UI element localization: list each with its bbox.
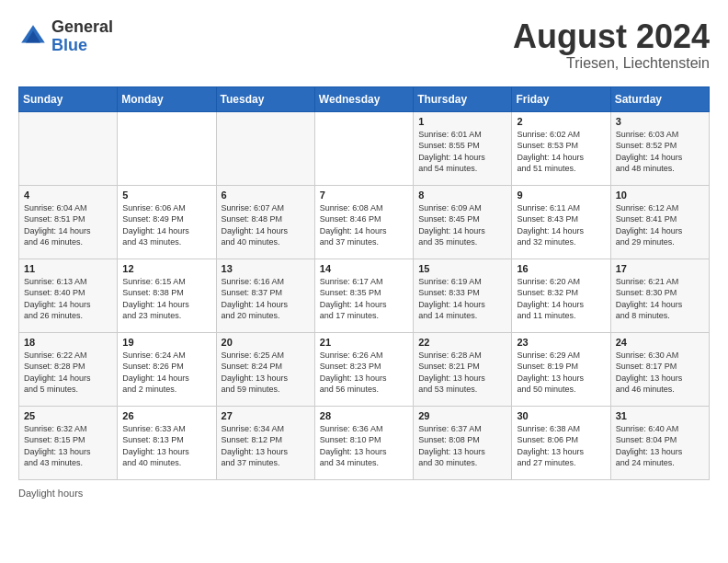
calendar-cell (19, 111, 118, 185)
calendar-cell (314, 111, 413, 185)
footer: Daylight hours (18, 488, 710, 499)
calendar-cell: 27Sunrise: 6:34 AM Sunset: 8:12 PM Dayli… (216, 406, 314, 479)
day-info: Sunrise: 6:01 AM Sunset: 8:55 PM Dayligh… (418, 129, 506, 175)
day-number: 27 (222, 410, 310, 421)
calendar-cell: 14Sunrise: 6:17 AM Sunset: 8:35 PM Dayli… (314, 259, 413, 332)
day-info: Sunrise: 6:16 AM Sunset: 8:37 PM Dayligh… (222, 276, 310, 322)
calendar-cell: 17Sunrise: 6:21 AM Sunset: 8:30 PM Dayli… (610, 259, 709, 332)
day-info: Sunrise: 6:09 AM Sunset: 8:45 PM Dayligh… (418, 202, 506, 248)
day-info: Sunrise: 6:40 AM Sunset: 8:04 PM Dayligh… (616, 423, 704, 469)
day-number: 18 (24, 337, 112, 348)
logo-text: General Blue (51, 18, 113, 55)
day-info: Sunrise: 6:21 AM Sunset: 8:30 PM Dayligh… (616, 276, 704, 322)
calendar-cell: 4Sunrise: 6:04 AM Sunset: 8:51 PM Daylig… (19, 185, 118, 259)
day-info: Sunrise: 6:28 AM Sunset: 8:21 PM Dayligh… (418, 350, 506, 396)
calendar-cell: 12Sunrise: 6:15 AM Sunset: 8:38 PM Dayli… (118, 259, 216, 332)
day-info: Sunrise: 6:32 AM Sunset: 8:15 PM Dayligh… (24, 423, 112, 469)
day-number: 24 (616, 337, 704, 348)
day-number: 8 (418, 190, 506, 201)
day-info: Sunrise: 6:30 AM Sunset: 8:17 PM Dayligh… (616, 350, 704, 396)
logo-icon (18, 22, 48, 52)
day-info: Sunrise: 6:25 AM Sunset: 8:24 PM Dayligh… (222, 350, 310, 396)
calendar-week-row: 11Sunrise: 6:13 AM Sunset: 8:40 PM Dayli… (19, 259, 710, 332)
day-number: 26 (122, 410, 210, 421)
calendar-cell (118, 111, 216, 185)
day-number: 5 (122, 190, 210, 201)
calendar-cell: 22Sunrise: 6:28 AM Sunset: 8:21 PM Dayli… (414, 332, 512, 406)
day-number: 21 (320, 337, 408, 348)
logo: General Blue (18, 18, 113, 55)
day-info: Sunrise: 6:02 AM Sunset: 8:53 PM Dayligh… (517, 129, 605, 175)
day-number: 10 (616, 190, 704, 201)
calendar-cell: 5Sunrise: 6:06 AM Sunset: 8:49 PM Daylig… (118, 185, 216, 259)
day-info: Sunrise: 6:29 AM Sunset: 8:19 PM Dayligh… (517, 350, 605, 396)
day-info: Sunrise: 6:22 AM Sunset: 8:28 PM Dayligh… (24, 350, 112, 396)
day-info: Sunrise: 6:20 AM Sunset: 8:32 PM Dayligh… (517, 276, 605, 322)
day-number: 2 (517, 116, 605, 127)
logo-blue: Blue (51, 37, 113, 55)
calendar-cell: 24Sunrise: 6:30 AM Sunset: 8:17 PM Dayli… (610, 332, 709, 406)
calendar-cell: 18Sunrise: 6:22 AM Sunset: 8:28 PM Dayli… (19, 332, 118, 406)
calendar-cell: 8Sunrise: 6:09 AM Sunset: 8:45 PM Daylig… (414, 185, 512, 259)
calendar-week-row: 1Sunrise: 6:01 AM Sunset: 8:55 PM Daylig… (19, 111, 710, 185)
day-number: 6 (222, 190, 310, 201)
day-info: Sunrise: 6:34 AM Sunset: 8:12 PM Dayligh… (222, 423, 310, 469)
day-number: 12 (122, 263, 210, 274)
calendar-cell: 13Sunrise: 6:16 AM Sunset: 8:37 PM Dayli… (216, 259, 314, 332)
day-info: Sunrise: 6:19 AM Sunset: 8:33 PM Dayligh… (418, 276, 506, 322)
calendar-cell: 28Sunrise: 6:36 AM Sunset: 8:10 PM Dayli… (314, 406, 413, 479)
day-info: Sunrise: 6:08 AM Sunset: 8:46 PM Dayligh… (320, 202, 408, 248)
calendar-week-row: 18Sunrise: 6:22 AM Sunset: 8:28 PM Dayli… (19, 332, 710, 406)
day-number: 30 (517, 410, 605, 421)
day-number: 23 (517, 337, 605, 348)
calendar-week-row: 25Sunrise: 6:32 AM Sunset: 8:15 PM Dayli… (19, 406, 710, 479)
day-number: 14 (320, 263, 408, 274)
weekday-header-row: SundayMondayTuesdayWednesdayThursdayFrid… (19, 86, 710, 111)
weekday-header-friday: Friday (512, 86, 610, 111)
calendar-cell: 26Sunrise: 6:33 AM Sunset: 8:13 PM Dayli… (118, 406, 216, 479)
day-number: 13 (222, 263, 310, 274)
calendar-cell: 3Sunrise: 6:03 AM Sunset: 8:52 PM Daylig… (610, 111, 709, 185)
day-info: Sunrise: 6:15 AM Sunset: 8:38 PM Dayligh… (122, 276, 210, 322)
calendar-cell: 2Sunrise: 6:02 AM Sunset: 8:53 PM Daylig… (512, 111, 610, 185)
day-number: 29 (418, 410, 506, 421)
calendar-cell: 25Sunrise: 6:32 AM Sunset: 8:15 PM Dayli… (19, 406, 118, 479)
calendar-table: SundayMondayTuesdayWednesdayThursdayFrid… (18, 86, 710, 480)
footer-text: Daylight hours (18, 488, 83, 499)
day-number: 31 (616, 410, 704, 421)
calendar-cell: 6Sunrise: 6:07 AM Sunset: 8:48 PM Daylig… (216, 185, 314, 259)
page-header: General Blue August 2024 Triesen, Liecht… (18, 18, 710, 72)
title-block: August 2024 Triesen, Liechtenstein (513, 18, 710, 72)
calendar-cell: 21Sunrise: 6:26 AM Sunset: 8:23 PM Dayli… (314, 332, 413, 406)
day-info: Sunrise: 6:37 AM Sunset: 8:08 PM Dayligh… (418, 423, 506, 469)
day-number: 20 (222, 337, 310, 348)
day-info: Sunrise: 6:26 AM Sunset: 8:23 PM Dayligh… (320, 350, 408, 396)
day-number: 3 (616, 116, 704, 127)
weekday-header-thursday: Thursday (414, 86, 512, 111)
day-number: 16 (517, 263, 605, 274)
day-number: 25 (24, 410, 112, 421)
day-info: Sunrise: 6:17 AM Sunset: 8:35 PM Dayligh… (320, 276, 408, 322)
day-info: Sunrise: 6:03 AM Sunset: 8:52 PM Dayligh… (616, 129, 704, 175)
calendar-cell: 16Sunrise: 6:20 AM Sunset: 8:32 PM Dayli… (512, 259, 610, 332)
day-info: Sunrise: 6:36 AM Sunset: 8:10 PM Dayligh… (320, 423, 408, 469)
calendar-cell: 23Sunrise: 6:29 AM Sunset: 8:19 PM Dayli… (512, 332, 610, 406)
day-info: Sunrise: 6:11 AM Sunset: 8:43 PM Dayligh… (517, 202, 605, 248)
day-number: 19 (122, 337, 210, 348)
calendar-cell: 20Sunrise: 6:25 AM Sunset: 8:24 PM Dayli… (216, 332, 314, 406)
logo-general: General (51, 18, 113, 37)
weekday-header-monday: Monday (118, 86, 216, 111)
day-info: Sunrise: 6:13 AM Sunset: 8:40 PM Dayligh… (24, 276, 112, 322)
day-info: Sunrise: 6:04 AM Sunset: 8:51 PM Dayligh… (24, 202, 112, 248)
day-info: Sunrise: 6:24 AM Sunset: 8:26 PM Dayligh… (122, 350, 210, 396)
day-number: 7 (320, 190, 408, 201)
month-title: August 2024 (513, 18, 710, 55)
day-number: 9 (517, 190, 605, 201)
calendar-cell: 7Sunrise: 6:08 AM Sunset: 8:46 PM Daylig… (314, 185, 413, 259)
weekday-header-tuesday: Tuesday (216, 86, 314, 111)
calendar-cell: 9Sunrise: 6:11 AM Sunset: 8:43 PM Daylig… (512, 185, 610, 259)
weekday-header-wednesday: Wednesday (314, 86, 413, 111)
day-number: 11 (24, 263, 112, 274)
day-number: 1 (418, 116, 506, 127)
calendar-cell: 1Sunrise: 6:01 AM Sunset: 8:55 PM Daylig… (414, 111, 512, 185)
